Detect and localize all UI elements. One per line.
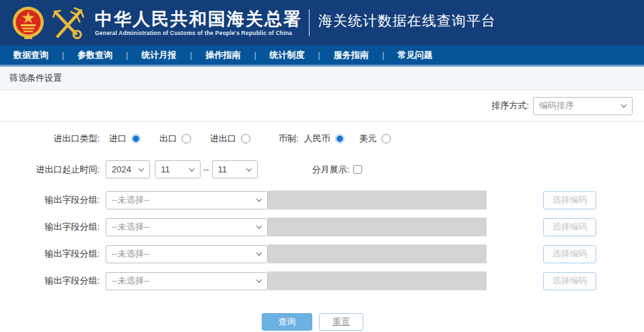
radio-unselected-icon xyxy=(182,134,191,143)
monthly-display-label: 分月展示: xyxy=(312,164,350,176)
form-actions: 查询 重置 xyxy=(0,313,635,331)
nav-item-faq[interactable]: 常见问题 xyxy=(394,49,437,61)
output-group-label: 输出字段分组: xyxy=(0,221,100,233)
output-group-label: 输出字段分组: xyxy=(0,194,100,206)
month-from-value: 11 xyxy=(161,164,170,174)
header-divider xyxy=(309,9,310,36)
output-group-row-4: 输出字段分组: --未选择-- 选择编码 xyxy=(0,271,644,290)
nav-item-statistics-system[interactable]: 统计制度 xyxy=(266,49,309,61)
output-group-select-3[interactable]: --未选择-- xyxy=(106,245,268,263)
radio-import[interactable]: 进口 xyxy=(109,133,141,145)
national-emblem-icon xyxy=(12,5,44,40)
agency-title-block: 中华人民共和国海关总署 General Administration of Cu… xyxy=(95,9,302,36)
nav-item-param-query[interactable]: 参数查询 xyxy=(73,49,116,61)
nav-separator: | xyxy=(116,51,137,60)
chevron-down-icon xyxy=(256,277,262,282)
output-group-row-2: 输出字段分组: --未选择-- 选择编码 xyxy=(0,218,644,236)
output-group-label: 输出字段分组: xyxy=(0,248,100,260)
chevron-down-icon xyxy=(256,223,262,228)
nav-separator: | xyxy=(244,51,265,60)
agency-title-cn: 中华人民共和国海关总署 xyxy=(95,9,302,28)
output-group-codes-input-4 xyxy=(268,271,487,290)
platform-title: 海关统计数据在线查询平台 xyxy=(318,11,496,30)
radio-usd[interactable]: 美元 xyxy=(359,133,391,145)
output-group-codes-input-3 xyxy=(268,244,487,263)
nav-separator: | xyxy=(309,51,330,60)
filter-form: 进出口类型: 进口 出口 进出口 币制: 人民币 美元 xyxy=(0,122,644,331)
month-to-select[interactable]: 11 xyxy=(212,160,258,178)
trade-type-label: 进出口类型: xyxy=(0,133,100,145)
main-nav: 数据查询 | 参数查询 | 统计月报 | 操作指南 | 统计制度 | 服务指南 … xyxy=(0,46,644,67)
select-code-button-3[interactable]: 选择编码 xyxy=(543,245,596,263)
output-group-row-3: 输出字段分组: --未选择-- 选择编码 xyxy=(0,244,644,263)
trade-type-row: 进出口类型: 进口 出口 进出口 币制: 人民币 美元 xyxy=(0,131,644,147)
query-button[interactable]: 查询 xyxy=(262,313,312,331)
output-group-codes-input-1 xyxy=(268,191,487,209)
radio-export[interactable]: 出口 xyxy=(159,133,191,145)
nav-separator: | xyxy=(373,51,394,60)
nav-item-guide[interactable]: 操作指南 xyxy=(201,49,244,61)
output-group-select-2[interactable]: --未选择-- xyxy=(106,218,268,236)
time-range-dash: -- xyxy=(203,164,209,174)
output-group-label: 输出字段分组: xyxy=(0,275,100,287)
agency-title-en: General Administration of Customs of the… xyxy=(95,30,302,36)
select-code-button-2[interactable]: 选择编码 xyxy=(543,218,596,236)
select-code-button-1[interactable]: 选择编码 xyxy=(543,191,596,209)
year-select-value: 2024 xyxy=(112,164,131,174)
chevron-down-icon xyxy=(189,166,194,171)
radio-import-export[interactable]: 进出口 xyxy=(210,133,250,145)
monthly-display-checkbox[interactable] xyxy=(353,165,362,174)
customs-query-page: 中华人民共和国海关总署 General Administration of Cu… xyxy=(0,0,644,332)
year-select[interactable]: 2024 xyxy=(106,160,150,178)
radio-selected-icon xyxy=(335,134,345,143)
nav-separator: | xyxy=(52,51,73,60)
chevron-down-icon xyxy=(256,250,262,255)
sort-row: 排序方式: 编码排序 xyxy=(0,90,644,122)
time-range-row: 进出口起止时间: 2024 11 -- 11 分月展示: xyxy=(0,160,644,178)
month-from-select[interactable]: 11 xyxy=(155,160,201,178)
output-group-select-4[interactable]: --未选择-- xyxy=(106,272,268,290)
radio-unselected-icon xyxy=(382,134,391,143)
select-code-button-4[interactable]: 选择编码 xyxy=(543,272,596,290)
chevron-down-icon xyxy=(256,196,262,201)
nav-item-service-guide[interactable]: 服务指南 xyxy=(330,49,373,61)
chevron-down-icon xyxy=(246,166,251,171)
sort-select[interactable]: 编码排序 xyxy=(533,97,633,115)
reset-button[interactable]: 重置 xyxy=(319,313,363,331)
radio-unselected-icon xyxy=(241,134,250,143)
currency-label: 币制: xyxy=(279,133,299,145)
header: 中华人民共和国海关总署 General Administration of Cu… xyxy=(0,0,644,46)
output-group-select-1[interactable]: --未选择-- xyxy=(106,191,268,209)
radio-rmb[interactable]: 人民币 xyxy=(304,133,345,145)
nav-item-monthly-report[interactable]: 统计月报 xyxy=(137,49,180,61)
time-range-label: 进出口起止时间: xyxy=(0,164,100,176)
output-group-codes-input-2 xyxy=(268,218,487,236)
sort-label: 排序方式: xyxy=(491,100,529,112)
chevron-down-icon xyxy=(139,166,144,171)
nav-item-data-query[interactable]: 数据查询 xyxy=(9,49,52,61)
filter-section-bar: 筛选条件设置 xyxy=(0,67,644,90)
nav-separator: | xyxy=(180,51,201,60)
customs-key-caduceus-icon xyxy=(49,5,88,40)
output-group-row-1: 输出字段分组: --未选择-- 选择编码 xyxy=(0,191,644,209)
filter-section-title: 筛选条件设置 xyxy=(9,72,62,84)
sort-select-value: 编码排序 xyxy=(539,100,574,112)
month-to-value: 11 xyxy=(218,164,227,174)
radio-selected-icon xyxy=(131,134,141,143)
chevron-down-icon xyxy=(621,102,627,107)
